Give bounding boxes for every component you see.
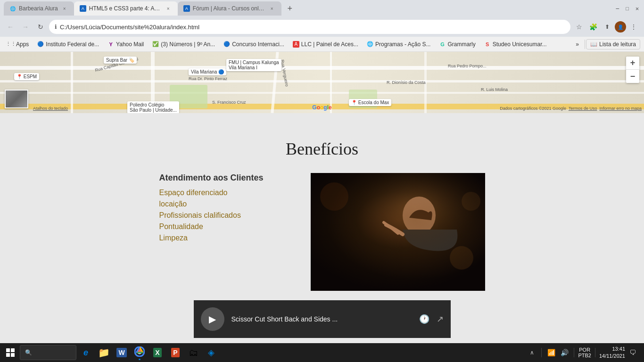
road-label-francisco: S. Francisco Cruz — [212, 100, 246, 105]
tray-divider — [541, 348, 542, 357]
taskbar-chrome[interactable] — [131, 344, 148, 361]
svg-rect-1 — [311, 173, 485, 291]
concurso-favicon: 🔵 — [223, 41, 230, 48]
notification-button[interactable]: 🗨 — [627, 347, 638, 358]
forward-button[interactable]: → — [19, 20, 32, 33]
bookmark-concurso[interactable]: 🔵 Concurso Internaci... — [220, 40, 288, 49]
report-error-link[interactable]: Informar erro no mapa — [599, 106, 642, 111]
chrome-icon — [134, 346, 145, 359]
tab-title-forum: Fórum | Alura - Cursos online de ... — [193, 5, 265, 12]
bookmark-studeo-label: Studeo Unicesumar... — [493, 41, 547, 48]
svg-point-2 — [403, 197, 436, 234]
svg-rect-6 — [6, 348, 10, 352]
bookmarks-more-button[interactable]: » — [573, 40, 582, 49]
map-data-label: Dados cartográficos ©2021 Google — [500, 106, 566, 111]
taskbar-edge[interactable]: e — [77, 344, 94, 361]
map-place-vilamariana: Vila Mariana 🔵 — [189, 68, 226, 75]
bookmark-yahoo[interactable]: Y Yahoo Mail — [104, 40, 148, 49]
tab-close-html5[interactable]: × — [165, 5, 172, 12]
tab-html5[interactable]: A HTML5 e CSS3 parte 4: Avançan... × — [74, 1, 178, 16]
new-tab-button[interactable]: + — [283, 2, 297, 15]
sound-icon[interactable]: 🔊 — [559, 347, 570, 358]
studeo-favicon: S — [484, 41, 491, 48]
svg-rect-0 — [311, 173, 485, 291]
taskbar: 🔍 e 📁 W X P 🗂 ◈ ∧ — [0, 343, 644, 362]
map-place-poliedro: Poliedro ColégioSão Paulo | Unidade... — [127, 101, 179, 113]
benefit-item-3: Pontualidade — [159, 222, 263, 231]
road-label-pedro: Rua Pedro Pompo... — [448, 64, 487, 68]
svg-point-5 — [462, 192, 480, 211]
taskbar-vscode[interactable]: ◈ — [203, 344, 220, 361]
maximize-button[interactable]: □ — [624, 6, 630, 12]
toolbar-icons: ☆ 🧩 ⬆ 👤 ⋮ — [572, 20, 640, 33]
url-bar[interactable]: ℹ C:/Users/Lúcia/Documents/site%20alura/… — [49, 20, 570, 34]
tab-favicon-forum: A — [183, 5, 190, 12]
explorer-icon: 📁 — [98, 347, 110, 358]
map-place-supra: Supra Bar 🏷️ — [104, 57, 137, 64]
bookmark-studeo[interactable]: S Studeo Unicesumar... — [480, 40, 551, 49]
bookmark-grammarly[interactable]: G Grammarly — [435, 40, 479, 49]
close-button[interactable]: × — [634, 6, 640, 12]
taskbar-files[interactable]: 🗂 — [185, 344, 202, 361]
search-icon: 🔍 — [25, 349, 32, 356]
star-button[interactable]: ☆ — [572, 20, 586, 33]
video-title: Scissor Cut Short Back and Sides ... — [231, 315, 412, 323]
video-play-button[interactable]: ▶ — [201, 307, 224, 331]
video-share-icon: ↗ — [437, 314, 444, 324]
taskbar-excel[interactable]: X — [149, 344, 166, 361]
tab-close-barbearia[interactable]: × — [61, 5, 68, 12]
bookmark-llc[interactable]: A LLC | Painel de Aces... — [289, 40, 362, 49]
map-background: Rua Capitão Cavalcanti Rua Dr. Pinto Fer… — [0, 52, 644, 113]
yahoo-favicon: Y — [107, 41, 114, 48]
start-button[interactable] — [2, 344, 19, 361]
map-section[interactable]: Rua Capitão Cavalcanti Rua Dr. Pinto Fer… — [0, 52, 644, 113]
edge-icon: e — [83, 348, 88, 358]
beneficios-title-area: Benefícios — [0, 139, 644, 159]
bookmark-yahoo-label: Yahoo Mail — [116, 41, 144, 48]
tab-forum[interactable]: A Fórum | Alura - Cursos online de ... × — [178, 1, 281, 16]
system-clock[interactable]: 13:41 14/11/2021 — [599, 346, 625, 360]
video-section: ▶ Scissor Cut Short Back and Sides ... 🕐… — [0, 300, 644, 343]
road-label-molina: R. Luis Molina — [481, 87, 508, 92]
minimize-button[interactable]: − — [614, 6, 620, 12]
language-indicator[interactable]: PORPTB2 — [578, 347, 591, 358]
bookmark-numeros[interactable]: ✅ (3) Números | 9º An... — [149, 40, 219, 49]
refresh-button[interactable]: ↻ — [34, 20, 47, 33]
tab-favicon-html5: A — [80, 5, 86, 12]
svg-rect-9 — [11, 353, 15, 357]
taskbar-word[interactable]: W — [113, 344, 130, 361]
url-text: C:/Users/Lúcia/Documents/site%20alura/in… — [60, 24, 565, 31]
powerpoint-icon: P — [171, 348, 179, 357]
programas-favicon: 🌐 — [367, 41, 373, 48]
tab-favicon-barbearia: 🌐 — [9, 5, 16, 12]
taskbar-search[interactable]: 🔍 — [20, 345, 76, 360]
svg-point-4 — [450, 246, 473, 270]
zoom-out-button[interactable]: − — [626, 70, 639, 83]
menu-button[interactable]: ⋮ — [627, 20, 640, 33]
profile-avatar[interactable]: 👤 — [615, 21, 626, 33]
tab-title-barbearia: Barbearia Alura — [19, 5, 58, 12]
show-hidden-button[interactable]: ∧ — [526, 347, 537, 358]
benefits-list: Atendimento aos Clientes Espaço diferenc… — [159, 173, 263, 245]
bookmark-apps[interactable]: ⋮⋮ Apps — [4, 40, 33, 49]
terms-link[interactable]: Termos de Uso — [569, 106, 597, 111]
tab-barbearia[interactable]: 🌐 Barbearia Alura × — [4, 1, 74, 16]
taskbar-explorer[interactable]: 📁 — [95, 344, 112, 361]
benefits-heading: Atendimento aos Clientes — [159, 173, 263, 183]
bookmark-programas[interactable]: 🌐 Programas - Ação S... — [363, 40, 434, 49]
map-keyboard-shortcuts[interactable]: Atalhos do teclado — [33, 106, 68, 111]
network-icon[interactable]: 📶 — [545, 347, 557, 358]
extensions-button[interactable]: 🧩 — [586, 20, 600, 33]
sync-button[interactable]: ⬆ — [601, 20, 614, 33]
taskbar-powerpoint[interactable]: P — [167, 344, 184, 361]
video-thumbnail[interactable]: ▶ Scissor Cut Short Back and Sides ... 🕐… — [194, 300, 451, 338]
instituto-favicon: 🔵 — [37, 41, 44, 48]
system-tray: ∧ 📶 🔊 PORPTB2 13:41 14/11/2021 🗨 — [526, 346, 642, 360]
bookmark-instituto[interactable]: 🔵 Instituto Federal de... — [33, 40, 103, 49]
reading-list-button[interactable]: 📖 Lista de leitura — [586, 39, 640, 49]
windows-icon — [6, 348, 15, 357]
back-button[interactable]: ← — [4, 20, 17, 33]
tab-close-forum[interactable]: × — [268, 5, 276, 12]
zoom-in-button[interactable]: + — [626, 57, 639, 70]
bookmark-programas-label: Programas - Ação S... — [375, 41, 430, 48]
